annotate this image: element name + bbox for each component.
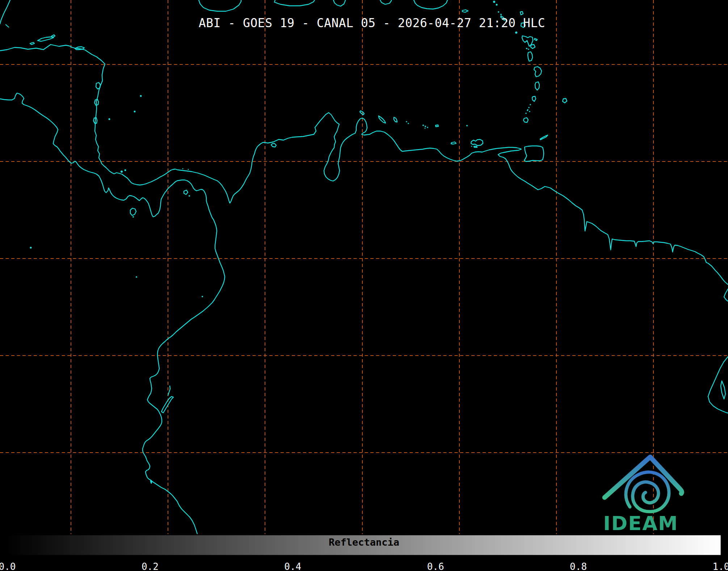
colorbar-tick-label-4: 0.8 [570, 561, 587, 571]
colorbar-tick-label-3: 0.6 [427, 561, 444, 571]
islet-san-andres [134, 111, 136, 113]
islet-malpelo [136, 276, 137, 278]
islet-bocas-1 [121, 171, 123, 173]
logo-text: IDEAM [603, 512, 678, 535]
islet-roques-3 [427, 127, 428, 128]
colorbar-tick-label-1: 0.2 [142, 561, 159, 571]
islet-aves-1 [406, 121, 407, 122]
image-title: ABI - GOES 19 - CANAL 05 - 2026-04-27 21… [8, 16, 728, 30]
ideam-logo: IDEAM [594, 448, 688, 535]
islet-providencia [140, 95, 142, 97]
islet-coiba-s [132, 216, 134, 218]
colorbar-tick-label-5: 1.0 [713, 561, 728, 571]
islet-roques-1 [422, 125, 424, 126]
islet-blanquilla [466, 125, 468, 126]
islet-saba [498, 11, 499, 13]
islet-statia [500, 14, 502, 15]
islet-grenadines-2 [528, 107, 530, 108]
colorbar-label: Reflectancia [0, 537, 728, 548]
islet-roques-4 [425, 128, 426, 129]
islet-gorgona [202, 296, 203, 297]
islet-pearl-s [189, 195, 190, 197]
colorbar-tick-label-0: 0.0 [0, 561, 16, 571]
islet-grenadines-1 [530, 104, 531, 105]
islet-saintes-1 [526, 48, 527, 49]
colorbar-tick-label-2: 0.4 [284, 561, 301, 571]
islet-grenadines-4 [525, 113, 527, 114]
islet-bocas-2 [125, 169, 126, 171]
islet-roques-2 [425, 126, 426, 127]
islet-montserrat [515, 32, 517, 34]
logo-spiral-stroke [626, 472, 669, 512]
islet-corn [109, 118, 110, 120]
islet-saintes-2 [528, 49, 529, 50]
islet-st-martin [493, 1, 495, 3]
islet-st-barth [496, 4, 498, 6]
islet-sanblas-2 [188, 169, 189, 170]
colorbar-ticks-minor [43, 556, 686, 559]
islet-testigos-1 [527, 109, 528, 110]
islet-cubagua [471, 146, 472, 147]
logo-mountain-icon [605, 457, 682, 512]
islet-aves-2 [408, 123, 409, 124]
islet-cocos [30, 247, 32, 249]
islet-testigos-2 [529, 111, 530, 112]
islet-sanblas-1 [182, 168, 184, 169]
